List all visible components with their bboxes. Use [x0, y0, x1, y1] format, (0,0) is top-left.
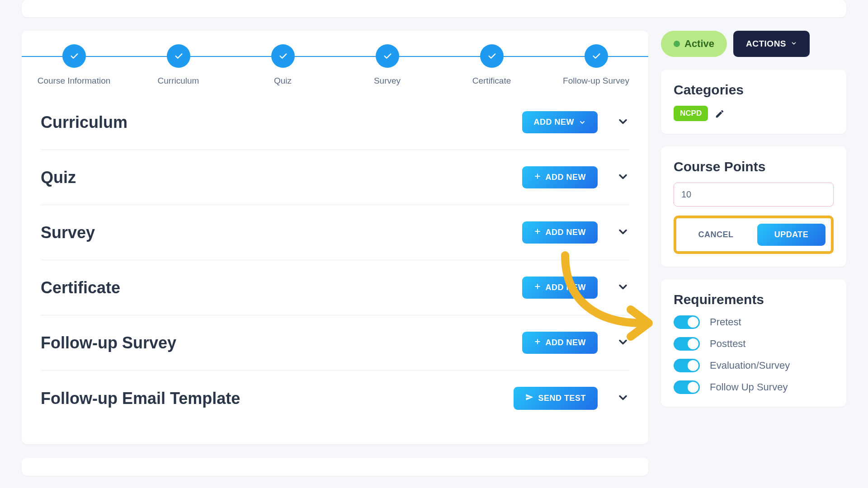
step-course-information[interactable]: Course Information	[22, 44, 126, 86]
course-points-actions-highlight: CANCEL UPDATE	[674, 216, 834, 254]
requirements-heading: Requirements	[674, 292, 834, 307]
add-certificate-button[interactable]: ADD NEW	[522, 277, 598, 299]
button-label: SEND TEST	[538, 394, 586, 403]
plus-icon	[534, 173, 541, 182]
requirement-label: Evaluation/Survey	[710, 360, 790, 371]
add-quiz-button[interactable]: ADD NEW	[522, 166, 598, 188]
toggle-followup[interactable]	[674, 380, 700, 394]
category-tag: NCPD	[674, 106, 708, 121]
requirement-label: Follow Up Survey	[710, 381, 788, 393]
button-label: ADD NEW	[534, 117, 575, 127]
plus-icon	[534, 228, 541, 237]
update-button[interactable]: UPDATE	[757, 224, 826, 246]
edit-categories-icon[interactable]	[715, 109, 725, 119]
section-title: Curriculum	[41, 113, 127, 132]
check-icon	[167, 44, 190, 68]
expand-quiz-icon[interactable]	[617, 170, 629, 185]
toggle-pretest[interactable]	[674, 315, 700, 329]
expand-certificate-icon[interactable]	[617, 281, 629, 295]
add-curriculum-button[interactable]: ADD NEW	[522, 111, 598, 133]
section-title: Certificate	[41, 278, 120, 297]
step-label: Follow-up Survey	[544, 76, 648, 86]
section-title: Follow-up Email Template	[41, 389, 240, 408]
step-quiz[interactable]: Quiz	[231, 44, 335, 86]
expand-followup-survey-icon[interactable]	[617, 336, 629, 350]
section-certificate: Certificate ADD NEW	[41, 260, 629, 315]
step-label: Survey	[335, 76, 439, 86]
requirements-card: Requirements Pretest Posttest Evaluation…	[661, 279, 846, 407]
check-icon	[271, 44, 295, 68]
status-dot-icon	[674, 41, 680, 47]
step-survey[interactable]: Survey	[335, 44, 439, 86]
send-test-button[interactable]: SEND TEST	[514, 387, 598, 410]
step-followup-survey[interactable]: Follow-up Survey	[544, 44, 648, 86]
plus-icon	[534, 338, 541, 347]
section-title: Quiz	[41, 168, 76, 187]
categories-heading: Categories	[674, 82, 834, 98]
expand-curriculum-icon[interactable]	[617, 115, 629, 130]
requirement-pretest: Pretest	[674, 315, 834, 329]
status-label: Active	[684, 38, 714, 50]
check-icon	[480, 44, 504, 68]
check-icon	[585, 44, 608, 68]
check-icon	[376, 44, 399, 68]
top-card-peek	[22, 0, 846, 17]
cancel-button[interactable]: CANCEL	[682, 224, 750, 246]
button-label: ADD NEW	[546, 283, 586, 292]
requirement-label: Posttest	[710, 338, 745, 350]
step-label: Course Information	[22, 76, 126, 86]
course-points-card: Course Points CANCEL UPDATE	[661, 146, 846, 267]
section-title: Survey	[41, 223, 95, 242]
course-builder-card: Course Information Curriculum Quiz	[22, 31, 648, 444]
chevron-down-icon	[579, 119, 586, 126]
check-icon	[62, 44, 86, 68]
requirement-evaluation: Evaluation/Survey	[674, 359, 834, 372]
toggle-evaluation[interactable]	[674, 359, 700, 372]
chevron-down-icon	[791, 39, 797, 49]
plus-icon	[534, 283, 541, 292]
button-label: ACTIONS	[746, 39, 786, 49]
course-stepper: Course Information Curriculum Quiz	[22, 31, 648, 86]
button-label: ADD NEW	[546, 228, 586, 237]
expand-email-template-icon[interactable]	[617, 391, 629, 406]
paper-plane-icon	[525, 393, 533, 404]
requirement-label: Pretest	[710, 316, 741, 328]
section-title: Follow-up Survey	[41, 333, 176, 352]
section-quiz: Quiz ADD NEW	[41, 150, 629, 205]
next-card-peek	[22, 458, 648, 476]
categories-card: Categories NCPD	[661, 70, 846, 134]
section-survey: Survey ADD NEW	[41, 205, 629, 260]
step-label: Curriculum	[126, 76, 231, 86]
status-active-badge: Active	[661, 31, 727, 57]
course-points-heading: Course Points	[674, 159, 834, 174]
section-curriculum: Curriculum ADD NEW	[41, 95, 629, 150]
section-email-template: Follow-up Email Template SEND TEST	[41, 371, 629, 426]
actions-menu-button[interactable]: ACTIONS	[733, 31, 810, 57]
step-label: Certificate	[439, 76, 544, 86]
button-label: ADD NEW	[546, 173, 586, 182]
step-label: Quiz	[231, 76, 335, 86]
step-curriculum[interactable]: Curriculum	[126, 44, 231, 86]
requirement-followup: Follow Up Survey	[674, 380, 834, 394]
expand-survey-icon[interactable]	[617, 225, 629, 240]
requirement-posttest: Posttest	[674, 337, 834, 351]
add-followup-survey-button[interactable]: ADD NEW	[522, 332, 598, 354]
button-label: ADD NEW	[546, 338, 586, 347]
section-followup-survey: Follow-up Survey ADD NEW	[41, 315, 629, 371]
course-points-input[interactable]	[674, 183, 834, 206]
add-survey-button[interactable]: ADD NEW	[522, 221, 598, 244]
step-certificate[interactable]: Certificate	[439, 44, 544, 86]
toggle-posttest[interactable]	[674, 337, 700, 351]
